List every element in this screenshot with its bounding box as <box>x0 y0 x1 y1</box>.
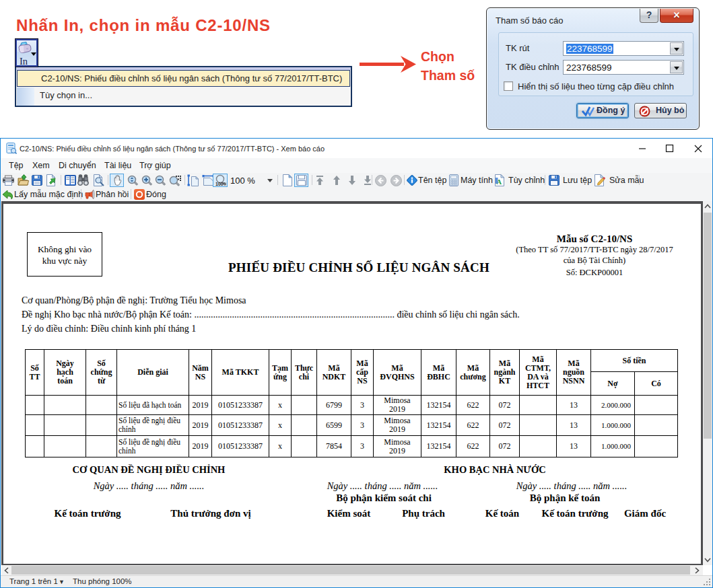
svg-text:100%: 100% <box>215 182 226 186</box>
